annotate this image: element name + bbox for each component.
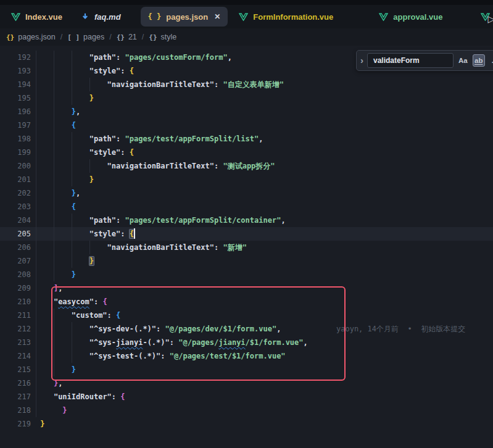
code-line-203[interactable]: 203 { bbox=[0, 200, 493, 214]
line-content: }, bbox=[36, 186, 493, 200]
line-number: 214 bbox=[0, 349, 31, 363]
line-number: 217 bbox=[0, 390, 31, 404]
code-line-201[interactable]: 201 } bbox=[0, 173, 493, 186]
code-token: "style": bbox=[89, 230, 130, 238]
code-line-209[interactable]: 209 ], bbox=[0, 281, 493, 295]
regex-button[interactable]: .* bbox=[488, 54, 493, 67]
tab-faq-md[interactable]: faq.md bbox=[81, 7, 121, 27]
tab-pages-json[interactable]: { }pages.json✕ bbox=[141, 7, 228, 27]
tab-approval-vue[interactable]: approval.vue bbox=[379, 7, 442, 27]
code-line-198[interactable]: 198 "path": "pages/test/appFormSplit/lis… bbox=[0, 132, 493, 146]
code-line-212[interactable]: 212 "^sys-dev-(.*)": "@/pages/dev/$1/for… bbox=[0, 322, 493, 336]
line-content: } bbox=[36, 268, 493, 281]
code-editor[interactable]: 192 "path": "pages/customForm/form",193 … bbox=[0, 46, 493, 448]
code-line-205[interactable]: 205 "style": { bbox=[0, 227, 493, 241]
line-content: "^sys-jianyi-(.*)": "@/pages/jianyi/$1/f… bbox=[36, 336, 493, 349]
line-content: "style": { bbox=[36, 227, 493, 241]
line-number: 219 bbox=[0, 417, 31, 431]
code-line-199[interactable]: 199 "style": { bbox=[0, 146, 493, 159]
breadcrumb-item-pages-json[interactable]: {}pages.json bbox=[6, 33, 56, 41]
code-line-208[interactable]: 208 } bbox=[0, 268, 493, 281]
line-number: 203 bbox=[0, 200, 31, 214]
code-line-206[interactable]: 206 "navigationBarTitleText": "新增" bbox=[0, 241, 493, 254]
window-top-strip bbox=[0, 0, 493, 5]
indent-guide bbox=[36, 376, 36, 390]
find-input[interactable]: validateForm bbox=[367, 53, 454, 68]
indent-guide bbox=[54, 200, 54, 214]
object-symbol-icon: {} bbox=[117, 33, 125, 41]
line-content: "custom": { bbox=[36, 309, 493, 322]
tab-label: FormInformation.vue bbox=[253, 12, 333, 22]
code-line-196[interactable]: 196 }, bbox=[0, 105, 493, 118]
indent-guide bbox=[54, 227, 54, 241]
code-line-215[interactable]: 215 } bbox=[0, 363, 493, 376]
indent-guide bbox=[54, 91, 54, 105]
git-blame-annotation: yaoyn, 14个月前 • 初始版本提交 bbox=[336, 322, 465, 336]
indent-guide bbox=[72, 51, 72, 64]
line-content: ], bbox=[36, 281, 493, 295]
line-number: 194 bbox=[0, 78, 31, 91]
breadcrumb-item-pages[interactable]: [ ]pages bbox=[67, 33, 104, 41]
find-expand-chevron-icon[interactable]: › bbox=[357, 55, 367, 67]
code-line-219[interactable]: 219 } bbox=[0, 417, 493, 431]
indent-guide bbox=[36, 363, 36, 376]
code-line-213[interactable]: 213 "^sys-jianyi-(.*)": "@/pages/jianyi/… bbox=[0, 336, 493, 349]
line-content: } bbox=[36, 417, 493, 431]
code-line-204[interactable]: 204 "path": "pages/test/appFormSplit/con… bbox=[0, 214, 493, 227]
code-token: "navigationBarTitleText": bbox=[107, 162, 223, 170]
line-number: 193 bbox=[0, 64, 31, 78]
line-content: "navigationBarTitleText": "自定义表单新增" bbox=[36, 78, 493, 91]
match-case-button[interactable]: Aa bbox=[457, 54, 470, 67]
code-line-202[interactable]: 202 }, bbox=[0, 186, 493, 200]
line-content: } bbox=[36, 91, 493, 105]
code-line-195[interactable]: 195 } bbox=[0, 91, 493, 105]
indent-guide bbox=[36, 404, 36, 417]
line-number: 198 bbox=[0, 132, 31, 146]
code-line-207[interactable]: 207 } bbox=[0, 254, 493, 268]
code-line-200[interactable]: 200 "navigationBarTitleText": "测试app拆分" bbox=[0, 159, 493, 173]
line-number: 204 bbox=[0, 214, 31, 227]
code-line-216[interactable]: 216 }, bbox=[0, 376, 493, 390]
indent-guide bbox=[54, 186, 54, 200]
code-token: "pages/test/appFormSplit/container" bbox=[125, 216, 281, 225]
code-line-197[interactable]: 197 { bbox=[0, 118, 493, 132]
code-token: , bbox=[228, 53, 232, 62]
indent-guide bbox=[54, 309, 54, 322]
code-token: , bbox=[259, 135, 263, 143]
code-token: } bbox=[72, 107, 76, 116]
indent-guide bbox=[54, 363, 54, 376]
indent-guide bbox=[36, 159, 36, 173]
tab-forminformation-vue[interactable]: FormInformation.vue bbox=[239, 7, 333, 27]
close-tab-button[interactable]: ✕ bbox=[214, 12, 220, 21]
indent-guide bbox=[36, 390, 36, 404]
breadcrumb-item-21[interactable]: {}21 bbox=[117, 33, 137, 41]
indent-guide bbox=[89, 78, 90, 91]
indent-guide bbox=[72, 322, 72, 336]
tab-index-vue[interactable]: Index.vue bbox=[11, 7, 62, 27]
indent-guide bbox=[36, 309, 36, 322]
line-number: 197 bbox=[0, 118, 31, 132]
breadcrumb-item-style[interactable]: {}style bbox=[149, 33, 176, 41]
breadcrumb-label: pages.json bbox=[18, 33, 55, 41]
indent-guide bbox=[54, 214, 54, 227]
indent-guide bbox=[54, 336, 54, 349]
indent-guide bbox=[72, 146, 72, 159]
indent-guide bbox=[36, 91, 36, 105]
code-token: "uniIdRouter": bbox=[54, 392, 120, 401]
code-line-214[interactable]: 214 "^sys-test-(.*)": "@/pages/test/$1/f… bbox=[0, 349, 493, 363]
whole-word-button[interactable]: ab bbox=[473, 54, 485, 67]
indent-guide bbox=[54, 78, 54, 91]
line-number: 207 bbox=[0, 254, 31, 268]
code-token: } bbox=[72, 365, 76, 374]
tab-overflow-chevron-icon[interactable]: ▷ bbox=[487, 14, 493, 25]
code-line-218[interactable]: 218 } bbox=[0, 404, 493, 417]
indent-guide bbox=[36, 173, 36, 186]
code-line-210[interactable]: 210 "easycom": { bbox=[0, 295, 493, 309]
code-line-211[interactable]: 211 "custom": { bbox=[0, 309, 493, 322]
line-number: 202 bbox=[0, 186, 31, 200]
breadcrumb-separator: / bbox=[142, 33, 144, 41]
line-content: "easycom": { bbox=[36, 295, 493, 309]
line-content: }, bbox=[36, 105, 493, 118]
code-line-194[interactable]: 194 "navigationBarTitleText": "自定义表单新增" bbox=[0, 78, 493, 91]
code-line-217[interactable]: 217 "uniIdRouter": { bbox=[0, 390, 493, 404]
